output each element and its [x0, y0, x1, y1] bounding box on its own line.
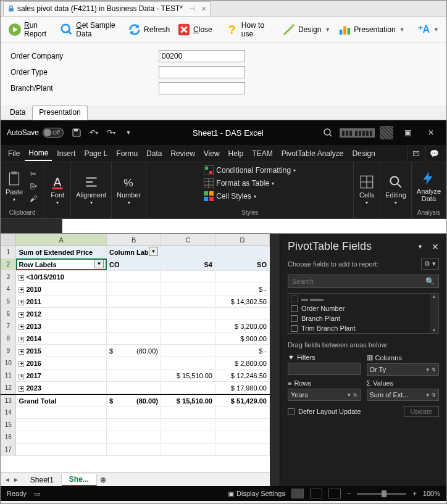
- table-row[interactable]: 15: [1, 419, 270, 431]
- avatar[interactable]: [380, 126, 393, 139]
- table-row[interactable]: 12+2023$ 17,980.00: [1, 382, 270, 394]
- close-panel-icon[interactable]: ✕: [432, 242, 439, 252]
- chevron-down-icon[interactable]: ▼ ⇅: [425, 367, 436, 373]
- checkbox[interactable]: [291, 305, 298, 312]
- chevron-down-icon[interactable]: ▼ ⇅: [425, 392, 436, 398]
- table-row[interactable]: 9+2015$(80.00)$ -: [1, 345, 270, 357]
- close-button[interactable]: Close: [175, 22, 215, 38]
- col-header-d[interactable]: D: [215, 234, 270, 246]
- ribbon-tab-review[interactable]: Review: [167, 147, 198, 160]
- expand-icon[interactable]: +: [19, 349, 24, 355]
- share-icon[interactable]: ⮹: [407, 146, 424, 161]
- pivot-fields-list[interactable]: ▬ ▬▬ Order Number Branch Plant Trim Bran…: [288, 293, 439, 334]
- tab-presentation[interactable]: Presentation: [32, 105, 87, 120]
- field-order-number[interactable]: Order Number: [288, 304, 438, 313]
- display-settings-button[interactable]: ▣ Display Settings: [228, 490, 285, 498]
- values-area[interactable]: Sum of Ext...▼ ⇅: [367, 389, 440, 401]
- defer-layout-checkbox[interactable]: Defer Layout Update: [288, 408, 361, 415]
- editing-button[interactable]: Editing▾: [384, 173, 407, 207]
- get-sample-data-button[interactable]: Get Sample Data: [57, 20, 123, 39]
- close-icon[interactable]: ×: [201, 4, 206, 14]
- ribbon-tab-pivot-analyze[interactable]: PivotTable Analyze: [278, 147, 348, 160]
- conditional-formatting-button[interactable]: Conditional Formatting ▾: [203, 165, 297, 176]
- select-all-corner[interactable]: [1, 234, 16, 246]
- field-branch-plant[interactable]: Branch Plant: [288, 313, 438, 323]
- table-row[interactable]: 3+<10/15/2010: [1, 271, 270, 283]
- vertical-scrollbar[interactable]: [270, 234, 280, 486]
- zoom-in-icon[interactable]: +: [412, 490, 416, 497]
- ribbon-display-icon[interactable]: ▣: [398, 125, 417, 140]
- ribbon-tab-file[interactable]: File: [4, 147, 23, 160]
- font-sup-button[interactable]: ⁺A▼: [416, 22, 441, 36]
- analyze-data-button[interactable]: AnalyzeData: [416, 169, 442, 204]
- ribbon-tab-view[interactable]: View: [200, 147, 224, 160]
- table-row[interactable]: 13Grand Total$(80.00)$ 15,510.00$ 51,429…: [1, 394, 270, 407]
- expand-icon[interactable]: +: [19, 386, 24, 392]
- search-icon[interactable]: [321, 126, 335, 139]
- presentation-dropdown[interactable]: Presentation▼: [335, 22, 407, 38]
- gear-icon[interactable]: ⚙ ▾: [421, 258, 439, 270]
- normal-view-icon[interactable]: [291, 489, 304, 498]
- pin-icon[interactable]: ⊣: [189, 5, 195, 13]
- refresh-button[interactable]: Refresh: [125, 22, 172, 38]
- table-row[interactable]: 4+2010$ -: [1, 283, 270, 295]
- table-row[interactable]: 7+2013$ 3,200.00: [1, 320, 270, 333]
- rows-area[interactable]: Years▼ ⇅: [288, 389, 361, 401]
- expand-icon[interactable]: +: [19, 275, 24, 281]
- format-painter-icon[interactable]: 🖌: [27, 193, 40, 204]
- page-layout-view-icon[interactable]: [310, 489, 322, 498]
- pivot-search[interactable]: 🔍: [288, 275, 439, 288]
- save-icon[interactable]: [70, 126, 83, 139]
- expand-icon[interactable]: +: [19, 324, 24, 330]
- checkbox[interactable]: [291, 315, 298, 322]
- tab-data[interactable]: Data: [3, 105, 32, 120]
- order-company-input[interactable]: [159, 50, 245, 62]
- cells-button[interactable]: Cells▾: [357, 173, 376, 207]
- paste-button[interactable]: Paste▾: [4, 170, 24, 204]
- sheet-tab[interactable]: Sheet1: [23, 474, 62, 485]
- run-report-button[interactable]: Run Report: [6, 20, 55, 39]
- table-row[interactable]: 10+2016$ 2,800.00: [1, 357, 270, 370]
- fields-scrollbar[interactable]: ▲▼: [430, 294, 438, 333]
- app-tab[interactable]: sales pivot data (F4211) in Business Dat…: [3, 1, 211, 16]
- sheet-nav-prev-icon[interactable]: ◄: [4, 476, 10, 483]
- alignment-button[interactable]: Alignment▾: [75, 173, 107, 207]
- ribbon-tab-insert[interactable]: Insert: [53, 147, 79, 160]
- pivot-search-input[interactable]: [292, 278, 425, 285]
- zoom-out-icon[interactable]: −: [347, 490, 351, 497]
- autosave-toggle[interactable]: AutoSave Off: [7, 128, 64, 138]
- panel-dropdown-icon[interactable]: ▼: [417, 244, 423, 250]
- order-type-input[interactable]: [159, 66, 245, 78]
- format-as-table-button[interactable]: Format as Table ▾: [203, 178, 275, 189]
- ribbon-tab-data[interactable]: Data: [143, 147, 165, 160]
- cell-styles-button[interactable]: Cell Styles ▾: [203, 191, 257, 202]
- columns-area[interactable]: Or Ty▼ ⇅: [367, 363, 440, 376]
- redo-icon[interactable]: ↷▾: [104, 126, 118, 139]
- sheet-nav-next-icon[interactable]: ►: [13, 476, 19, 483]
- how-to-use-button[interactable]: ? How to use: [223, 20, 272, 39]
- filter-dropdown-icon[interactable]: ▼: [94, 259, 104, 268]
- expand-icon[interactable]: +: [19, 361, 24, 367]
- ribbon-tab-help[interactable]: Help: [225, 147, 248, 160]
- col-header-b[interactable]: B: [107, 234, 161, 246]
- expand-icon[interactable]: +: [19, 300, 24, 305]
- ribbon-tab-design[interactable]: Design: [348, 147, 378, 160]
- copy-icon[interactable]: ⎘▾: [27, 181, 40, 192]
- ribbon-tab-team[interactable]: TEAM: [248, 147, 276, 160]
- expand-icon[interactable]: +: [19, 287, 24, 293]
- design-dropdown[interactable]: Design▼: [280, 22, 333, 38]
- zoom-slider[interactable]: [357, 493, 406, 495]
- font-button[interactable]: A Font▾: [48, 173, 67, 207]
- table-row[interactable]: 2Row Labels▼COS4SO: [1, 258, 270, 271]
- expand-icon[interactable]: +: [19, 337, 24, 342]
- sheet-tab-active[interactable]: She...: [62, 474, 97, 486]
- table-row[interactable]: 8+2014$ 900.00: [1, 333, 270, 345]
- table-row[interactable]: 17: [1, 444, 270, 456]
- zoom-level[interactable]: 100%: [423, 490, 440, 497]
- name-box[interactable]: [1, 219, 62, 233]
- user-name[interactable]: ▮▮▮ ▮▮▮▮▮: [340, 128, 375, 138]
- update-button[interactable]: Update: [404, 406, 439, 417]
- expand-icon[interactable]: +: [19, 374, 24, 379]
- macro-record-icon[interactable]: ▭: [34, 490, 40, 498]
- field-trim-branch-plant[interactable]: Trim Branch Plant: [288, 323, 438, 333]
